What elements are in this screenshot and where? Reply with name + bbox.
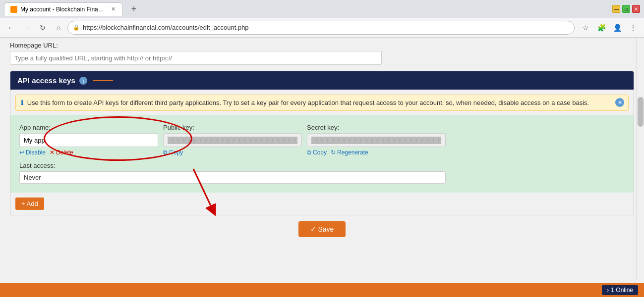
secret-key-actions: ⧉ Copy ↻ Regenerate bbox=[307, 149, 446, 156]
back-button[interactable]: ← bbox=[4, 21, 18, 35]
browser-actions: ☆ 🧩 👤 ⋮ bbox=[579, 21, 640, 35]
api-keys-row: App name: ↩ Disable ✕ Delete bbox=[15, 120, 629, 160]
secret-key-input bbox=[307, 133, 446, 147]
lock-icon: 🔒 bbox=[73, 24, 80, 31]
app-name-actions: ↩ Disable ✕ Delete bbox=[19, 149, 158, 156]
regenerate-link[interactable]: ↻ Regenerate bbox=[331, 149, 368, 156]
regenerate-label: Regenerate bbox=[337, 149, 368, 156]
add-button[interactable]: + Add bbox=[15, 198, 44, 210]
disable-label: Disable bbox=[26, 149, 46, 156]
save-area: ✓ Save bbox=[0, 215, 644, 241]
copy-label-2: Copy bbox=[313, 149, 327, 156]
forward-button[interactable]: → bbox=[20, 21, 34, 35]
app-name-input[interactable] bbox=[19, 133, 158, 147]
reload-button[interactable]: ↻ bbox=[36, 21, 50, 35]
scrollbar[interactable] bbox=[636, 38, 644, 280]
public-key-input bbox=[163, 133, 302, 147]
secret-key-copy-link[interactable]: ⧉ Copy bbox=[307, 149, 327, 156]
nav-bar: ← → ↻ ⌂ 🔒 https://blockchainfinancial.co… bbox=[0, 18, 644, 38]
api-header: API access keys i bbox=[10, 71, 634, 90]
homepage-section: Homepage URL: bbox=[0, 38, 644, 71]
scroll-thumb[interactable] bbox=[638, 97, 644, 127]
maximize-button[interactable]: □ bbox=[622, 5, 630, 13]
disable-link[interactable]: ↩ Disable bbox=[19, 149, 46, 156]
tab-close-button[interactable]: ✕ bbox=[110, 6, 117, 13]
tab-favicon bbox=[10, 6, 17, 13]
public-key-actions: ⧉ Copy bbox=[163, 149, 302, 156]
copy-label-1: Copy bbox=[169, 149, 183, 156]
notice-text: Use this form to create API keys for dif… bbox=[27, 99, 589, 106]
secret-key-label: Secret key: bbox=[307, 124, 446, 131]
info-icon[interactable]: i bbox=[79, 77, 87, 85]
url-text: https://blockchainfinancial.com/accounts… bbox=[83, 24, 249, 31]
public-key-group: Public key: ⧉ Copy bbox=[163, 124, 302, 156]
notice-info-icon: ℹ bbox=[21, 99, 23, 106]
copy-icon-1: ⧉ bbox=[163, 149, 168, 156]
browser-chrome: My account - Blockchain Financi... ✕ + —… bbox=[0, 0, 644, 38]
api-keys-body: App name: ↩ Disable ✕ Delete bbox=[10, 115, 634, 193]
close-button[interactable]: ✕ bbox=[632, 5, 640, 13]
header-divider bbox=[93, 80, 113, 81]
last-access-value: Never bbox=[19, 171, 446, 184]
delete-icon: ✕ bbox=[50, 149, 55, 156]
menu-button[interactable]: ⋮ bbox=[626, 21, 640, 35]
minimize-button[interactable]: — bbox=[612, 5, 620, 13]
profile-button[interactable]: 👤 bbox=[610, 21, 624, 35]
title-bar: My account - Blockchain Financi... ✕ + —… bbox=[0, 0, 644, 18]
tab-title: My account - Blockchain Financi... bbox=[20, 6, 107, 13]
public-key-copy-link[interactable]: ⧉ Copy bbox=[163, 149, 183, 156]
api-section: API access keys i ℹ Use this form to cre… bbox=[10, 71, 634, 215]
add-label: + Add bbox=[21, 200, 38, 207]
regenerate-icon: ↻ bbox=[331, 149, 336, 156]
active-tab[interactable]: My account - Blockchain Financi... ✕ bbox=[4, 2, 123, 16]
delete-label: Delete bbox=[56, 149, 73, 156]
extensions-button[interactable]: 🧩 bbox=[594, 21, 608, 35]
homepage-label: Homepage URL: bbox=[10, 42, 634, 49]
api-title: API access keys bbox=[17, 76, 75, 85]
bookmark-button[interactable]: ☆ bbox=[579, 21, 592, 35]
page-content: Homepage URL: API access keys i ℹ Use th… bbox=[0, 38, 644, 280]
new-tab-button[interactable]: + bbox=[127, 2, 141, 16]
save-button[interactable]: ✓ Save bbox=[298, 221, 346, 237]
copy-icon-2: ⧉ bbox=[307, 149, 311, 156]
notice-box: ℹ Use this form to create API keys for d… bbox=[15, 95, 629, 111]
delete-link[interactable]: ✕ Delete bbox=[50, 149, 73, 156]
homepage-input[interactable] bbox=[10, 51, 382, 65]
close-notice-button[interactable]: ✕ bbox=[615, 98, 624, 107]
window-controls: — □ ✕ bbox=[612, 5, 640, 13]
address-bar[interactable]: 🔒 https://blockchainfinancial.com/accoun… bbox=[67, 21, 575, 35]
public-key-label: Public key: bbox=[163, 124, 302, 131]
last-access-row: Last access: Never bbox=[15, 160, 629, 188]
disable-icon: ↩ bbox=[19, 149, 24, 156]
secret-key-group: Secret key: ⧉ Copy ↻ Regenerate bbox=[307, 124, 446, 156]
home-button[interactable]: ⌂ bbox=[52, 21, 65, 35]
app-name-label: App name: bbox=[19, 124, 158, 131]
last-access-label: Last access: bbox=[19, 162, 625, 169]
app-name-group: App name: ↩ Disable ✕ Delete bbox=[19, 124, 158, 156]
save-label: ✓ Save bbox=[310, 225, 334, 233]
